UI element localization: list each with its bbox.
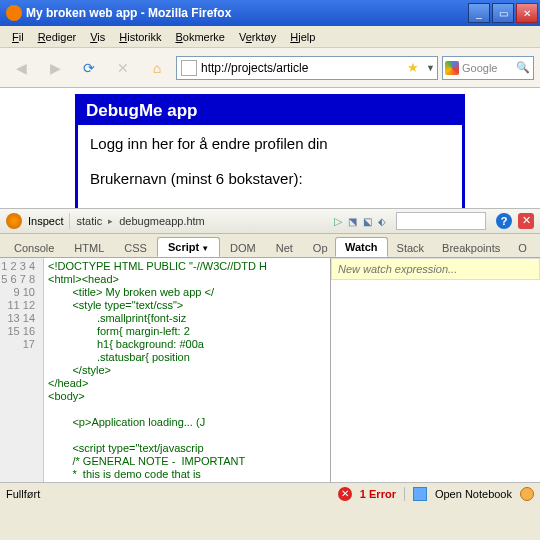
minimize-button[interactable]: _: [468, 3, 490, 23]
forward-button[interactable]: ▶: [40, 53, 70, 83]
help-button[interactable]: ?: [496, 213, 512, 229]
url-dropdown-icon[interactable]: ▼: [426, 63, 435, 73]
url-bar[interactable]: http://projects/article ★ ▼: [176, 56, 438, 80]
maximize-button[interactable]: ▭: [492, 3, 514, 23]
statusbar: Fullført ✕ 1 Error Open Notebook: [0, 482, 540, 504]
watch-expression-input[interactable]: [331, 258, 540, 280]
menu-file[interactable]: Fil: [6, 29, 30, 45]
crumb-scope[interactable]: static: [76, 215, 102, 227]
firebug-toolbar: Inspect static ▸ debugmeapp.htm ▷ ⬔ ⬕ ⬖ …: [0, 208, 540, 234]
menu-bookmarks[interactable]: Bokmerke: [169, 29, 231, 45]
menu-history[interactable]: Historikk: [113, 29, 167, 45]
error-count[interactable]: 1 Error: [360, 488, 396, 500]
tab-css[interactable]: CSS: [114, 239, 157, 257]
username-label: Brukernavn (minst 6 bokstaver):: [90, 170, 450, 187]
bookmark-star-icon[interactable]: ★: [407, 60, 419, 75]
close-button[interactable]: ✕: [516, 3, 538, 23]
app-heading: DebugMe app: [78, 97, 462, 125]
search-icon[interactable]: 🔍: [516, 61, 530, 74]
tab-breakpoints[interactable]: Breakpoints: [433, 239, 509, 257]
menu-help[interactable]: Hjelp: [284, 29, 321, 45]
side-tabs: Watch Stack Breakpoints O: [331, 234, 540, 258]
tab-console[interactable]: Console: [4, 239, 64, 257]
search-bar[interactable]: Google 🔍: [442, 56, 534, 80]
firebug-icon[interactable]: [6, 213, 22, 229]
google-icon: [445, 61, 459, 75]
firebug-body: 1 2 3 4 5 6 7 8 9 10 11 12 13 14 15 16 1…: [0, 258, 540, 482]
error-icon[interactable]: ✕: [338, 487, 352, 501]
line-gutter: 1 2 3 4 5 6 7 8 9 10 11 12 13 14 15 16 1…: [0, 258, 44, 482]
stop-button[interactable]: ✕: [108, 53, 138, 83]
reload-button[interactable]: ⟳: [74, 53, 104, 83]
menubar: Fil Rediger Vis Historikk Bokmerke Verkt…: [0, 26, 540, 48]
tab-side-options[interactable]: O: [509, 239, 536, 257]
url-text: http://projects/article: [201, 61, 308, 75]
open-notebook-link[interactable]: Open Notebook: [435, 488, 512, 500]
menu-tools[interactable]: Verktøy: [233, 29, 282, 45]
firebug-search-input[interactable]: [396, 212, 486, 230]
login-instruction: Logg inn her for å endre profilen din: [90, 135, 450, 152]
crumb-file[interactable]: debugmeapp.htm: [119, 215, 205, 227]
window-titlebar: My broken web app - Mozilla Firefox _ ▭ …: [0, 0, 540, 26]
app-container: DebugMe app Logg inn her for å endre pro…: [75, 94, 465, 216]
tab-dom[interactable]: DOM: [220, 239, 266, 257]
nav-toolbar: ◀ ▶ ⟳ ✕ ⌂ http://projects/article ★ ▼ Go…: [0, 48, 540, 88]
step-into-button[interactable]: ⬕: [363, 216, 372, 227]
tab-net[interactable]: Net: [266, 239, 303, 257]
tab-script[interactable]: Script▼: [157, 237, 220, 257]
home-button[interactable]: ⌂: [142, 53, 172, 83]
step-out-button[interactable]: ⬖: [378, 216, 386, 227]
chevron-right-icon: ▸: [108, 216, 113, 226]
inspect-button[interactable]: Inspect: [28, 215, 63, 227]
search-placeholder: Google: [462, 62, 497, 74]
tab-html[interactable]: HTML: [64, 239, 114, 257]
tab-watch[interactable]: Watch: [335, 237, 388, 257]
firebug-close-button[interactable]: ✕: [518, 213, 534, 229]
status-text: Fullført: [6, 488, 40, 500]
page-viewport: DebugMe app Logg inn her for å endre pro…: [0, 88, 540, 208]
notebook-icon[interactable]: [413, 487, 427, 501]
menu-view[interactable]: Vis: [84, 29, 111, 45]
back-button[interactable]: ◀: [6, 53, 36, 83]
play-button[interactable]: ▷: [334, 215, 342, 228]
greasemonkey-icon[interactable]: [520, 487, 534, 501]
code-content: <!DOCTYPE HTML PUBLIC "-//W3C//DTD H <ht…: [44, 258, 330, 482]
firefox-icon: [6, 5, 22, 21]
side-pane: Watch Stack Breakpoints O: [330, 258, 540, 482]
page-favicon: [181, 60, 197, 76]
window-title: My broken web app - Mozilla Firefox: [26, 6, 466, 20]
tab-stack[interactable]: Stack: [388, 239, 434, 257]
step-over-button[interactable]: ⬔: [348, 216, 357, 227]
menu-edit[interactable]: Rediger: [32, 29, 83, 45]
code-pane[interactable]: 1 2 3 4 5 6 7 8 9 10 11 12 13 14 15 16 1…: [0, 258, 330, 482]
